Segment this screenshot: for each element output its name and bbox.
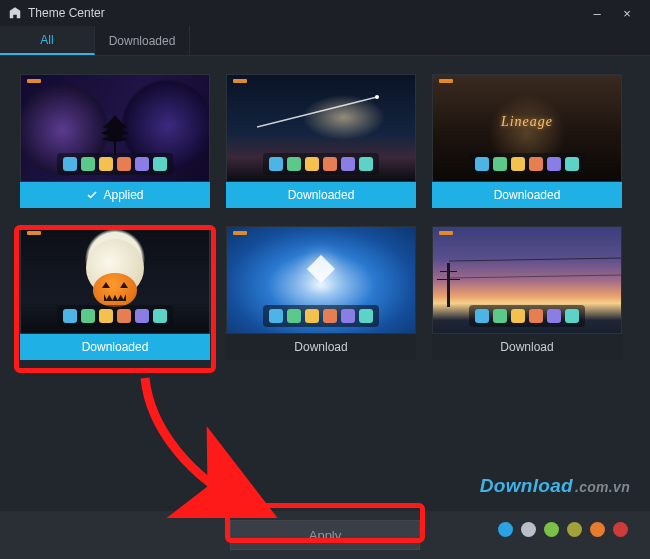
theme-card[interactable]: Lineage Downloaded bbox=[432, 74, 622, 208]
theme-card[interactable]: Applied bbox=[20, 74, 210, 208]
theme-status: Applied bbox=[20, 182, 210, 208]
window-title: Theme Center bbox=[28, 6, 105, 20]
dot-green[interactable] bbox=[544, 522, 559, 537]
apply-button[interactable]: Apply bbox=[230, 520, 420, 550]
watermark: Download.com.vn bbox=[480, 475, 630, 497]
theme-thumbnail: Lineage bbox=[432, 74, 622, 182]
theme-status: Download bbox=[226, 334, 416, 360]
svg-point-1 bbox=[375, 95, 379, 99]
theme-status: Downloaded bbox=[20, 334, 210, 360]
theme-status: Download bbox=[432, 334, 622, 360]
theme-status: Downloaded bbox=[226, 182, 416, 208]
theme-thumbnail bbox=[226, 74, 416, 182]
theme-thumbnail bbox=[20, 74, 210, 182]
dot-olive[interactable] bbox=[567, 522, 582, 537]
titlebar: Theme Center – × bbox=[0, 0, 650, 26]
app-icon bbox=[8, 6, 22, 20]
check-icon bbox=[86, 189, 98, 201]
close-button[interactable]: × bbox=[612, 3, 642, 23]
dot-grey[interactable] bbox=[521, 522, 536, 537]
theme-center-window: Theme Center – × All Downloaded Applied bbox=[0, 0, 650, 559]
theme-thumbnail bbox=[20, 226, 210, 334]
theme-thumbnail bbox=[226, 226, 416, 334]
theme-logo-text: Lineage bbox=[501, 114, 553, 130]
theme-thumbnail bbox=[432, 226, 622, 334]
color-dots bbox=[498, 522, 628, 537]
annotation-arrow-icon bbox=[130, 368, 280, 518]
theme-card[interactable]: Downloaded bbox=[226, 74, 416, 208]
dot-orange[interactable] bbox=[590, 522, 605, 537]
theme-grid-area: Applied Downloaded Lineage Dow bbox=[0, 56, 650, 360]
minimize-button[interactable]: – bbox=[582, 3, 612, 23]
theme-card[interactable]: Downloaded bbox=[20, 226, 210, 360]
theme-status: Downloaded bbox=[432, 182, 622, 208]
tabs: All Downloaded bbox=[0, 26, 650, 56]
theme-card[interactable]: Download bbox=[432, 226, 622, 360]
tab-downloaded[interactable]: Downloaded bbox=[95, 26, 190, 55]
dot-red[interactable] bbox=[613, 522, 628, 537]
tab-all[interactable]: All bbox=[0, 26, 95, 55]
theme-card[interactable]: Download bbox=[226, 226, 416, 360]
svg-line-0 bbox=[257, 97, 377, 127]
dot-blue[interactable] bbox=[498, 522, 513, 537]
